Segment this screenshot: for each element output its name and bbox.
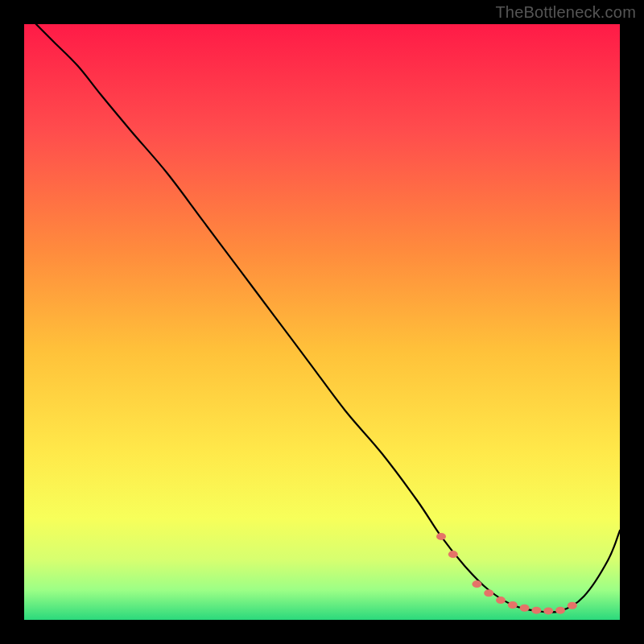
gradient-background [24,24,620,620]
highlight-dot [543,607,553,614]
highlight-dot [568,602,577,609]
highlight-dot [520,605,530,612]
watermark-label: TheBottleneck.com [495,3,636,22]
highlight-dot [508,601,518,609]
highlight-dot [436,533,446,540]
plot-svg [24,24,620,620]
highlight-dot [531,607,541,614]
highlight-dot [472,580,481,588]
highlight-dot [448,551,458,558]
plot-area [24,24,620,620]
highlight-dot [555,607,565,614]
chart-frame: TheBottleneck.com [0,0,644,644]
highlight-dot [496,597,506,604]
highlight-dot [484,589,493,597]
